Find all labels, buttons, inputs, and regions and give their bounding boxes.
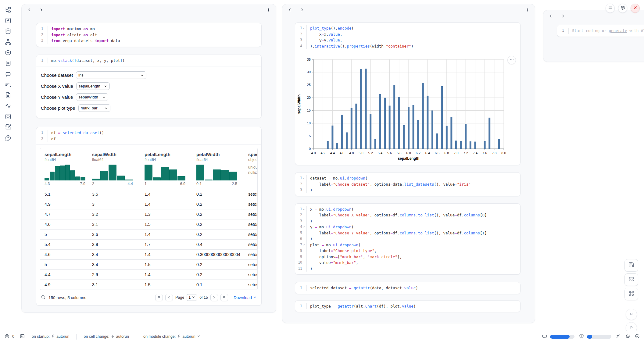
table-row[interactable]: 5.43.91.70.4setos (40, 239, 258, 249)
dropdown-select[interactable]: sepalWidth (76, 93, 108, 101)
code-line[interactable]: 3 y=y.value, (295, 37, 517, 43)
code-line[interactable]: 2df (36, 136, 258, 142)
table-row[interactable]: 53.61.40.2setos (40, 229, 258, 239)
shutdown-button[interactable] (631, 4, 640, 13)
runtime-config-item[interactable]: on cell change:autorun (79, 334, 133, 339)
code-line[interactable]: 1plot_type = getattr(alt.Chart(df), plot… (295, 303, 517, 309)
settings-button[interactable] (618, 4, 627, 13)
dataframe-cell[interactable]: 1df = selected_dataset()2df sepalLengthf… (36, 127, 262, 306)
code-line[interactable]: 3from vega_datasets import data (36, 38, 258, 44)
code-square-icon[interactable] (5, 113, 11, 120)
next-page-button[interactable] (210, 294, 218, 301)
xy-plot-dropdowns-cell[interactable]: 1x = mo.ui.dropdown(2 label="Choose X va… (295, 203, 521, 275)
code-line[interactable]: 1x = mo.ui.dropdown( (295, 206, 517, 212)
collapse-left-button[interactable] (26, 8, 32, 13)
chart-cell[interactable]: 1plot_type().encode(2 x=x.value,3 y=y.va… (295, 22, 521, 165)
page-select[interactable]: 1 (187, 294, 197, 301)
stop-kernel-button[interactable] (626, 309, 637, 320)
code-line[interactable]: 1mo.vstack([dataset, x, y, plot]) (36, 58, 258, 64)
notebook-pen-icon[interactable] (5, 124, 11, 130)
column-header[interactable]: petalLengthfloat6416.9 (140, 148, 192, 189)
code-line[interactable]: 2 label="Choose X value", options=df.col… (295, 212, 517, 218)
code-line[interactable]: 3) (295, 218, 517, 224)
table-row[interactable]: 4.931.40.2setos (40, 199, 258, 209)
table-row[interactable]: 53.41.50.2setos (40, 259, 258, 269)
package-icon[interactable] (5, 49, 11, 56)
dropdown-select[interactable]: sepalLength (76, 82, 110, 90)
command-palette-button[interactable] (624, 288, 638, 300)
code-line[interactable]: 1plot_type().encode( (295, 25, 517, 31)
code-line[interactable]: 6) (295, 236, 517, 242)
runtime-config-item[interactable]: on startup:autorun (27, 334, 73, 339)
sitemap-icon[interactable] (5, 38, 11, 45)
selected-dataset-cell[interactable]: 1selected_dataset = getattr(data, datase… (295, 282, 521, 294)
file-text-icon[interactable] (5, 92, 11, 98)
copilot-button[interactable] (625, 334, 630, 339)
code-line[interactable]: 9 options=["mark_bar", "mark_circle"], (295, 254, 517, 260)
runtime-config-item[interactable]: on module change:autorun (139, 334, 205, 339)
prev-page-button[interactable] (165, 294, 173, 301)
new-cell-editor[interactable]: 1 Start coding or generate with AI (557, 25, 644, 37)
expand-right-button[interactable] (560, 14, 566, 19)
expand-right-button[interactable] (38, 8, 44, 13)
file-tree-icon[interactable] (5, 6, 11, 13)
code-line[interactable]: 2 x=x.value, (295, 31, 517, 37)
column-header[interactable]: sepalWidthfloat6424.4 (88, 148, 140, 189)
last-page-button[interactable] (220, 294, 228, 301)
column-header[interactable]: sepalLengthfloat644.37.9 (40, 148, 88, 189)
code-line[interactable]: 8 label="Choose plot type", (295, 248, 517, 254)
code-line[interactable]: 5 label="Choose Y value", options=df.col… (295, 230, 517, 236)
add-cell-button[interactable] (266, 8, 271, 13)
kernel-status-button[interactable] (635, 334, 640, 339)
code-line[interactable]: 4y = mo.ui.dropdown( (295, 224, 517, 230)
code-line[interactable]: 7plot = mo.ui.dropdown( (295, 242, 517, 248)
function-square-icon[interactable] (5, 17, 11, 24)
code-line[interactable]: 1df = selected_dataset() (36, 130, 258, 136)
code-line[interactable]: 3) (295, 187, 517, 193)
table-row[interactable]: 5.13.51.40.2setos (40, 189, 258, 199)
add-cell-button[interactable] (524, 8, 530, 13)
download-button[interactable]: Download (234, 295, 257, 300)
column-header[interactable]: speciobjecuniqunulls: (244, 148, 258, 189)
layout-toggle-button[interactable] (624, 273, 638, 286)
scroll-icon[interactable] (5, 60, 11, 66)
database-icon[interactable] (5, 28, 11, 34)
table-row[interactable]: 4.73.21.30.2setos (40, 209, 258, 219)
code-line[interactable]: 1import marimo as mo (36, 26, 258, 32)
vstack-cell[interactable]: 1mo.vstack([dataset, x, y, plot]) Choose… (36, 55, 262, 119)
collapse-left-button[interactable] (548, 14, 553, 19)
list-search-icon[interactable] (5, 81, 11, 88)
plot-type-cell[interactable]: 1plot_type = getattr(alt.Chart(df), plot… (295, 300, 521, 312)
column-header[interactable]: petalWidthfloat640.12.5 (192, 148, 244, 189)
activity-icon[interactable] (5, 102, 11, 109)
table-row[interactable]: 4.63.11.50.2setos (40, 219, 258, 229)
errors-button[interactable] (4, 334, 9, 339)
code-line[interactable]: 4).interactive().properties(width="conta… (295, 43, 517, 49)
table-row[interactable]: 4.42.91.40.2setos (40, 269, 258, 280)
code-line[interactable]: 2 label="Choose dataset", options=data.l… (295, 181, 517, 187)
menu-button[interactable] (606, 4, 615, 13)
expand-right-button[interactable] (299, 8, 305, 13)
terminal-button[interactable] (20, 334, 25, 339)
table-row[interactable]: 4.93.11.50.1setos (40, 280, 258, 290)
code-line[interactable]: 1selected_dataset = getattr(data, datase… (295, 285, 517, 291)
code-line[interactable]: 10 value="mark_bar", (295, 260, 517, 266)
dropdown-select[interactable]: mark_bar (78, 104, 110, 112)
help-chat-icon[interactable] (5, 134, 11, 141)
chart-actions-button[interactable] (507, 56, 516, 64)
imports-cell[interactable]: 1import marimo as mo2import altair as al… (36, 23, 262, 47)
search-icon[interactable] (41, 295, 45, 300)
table-row[interactable]: 4.63.41.40.30000000000000004setos (40, 249, 258, 259)
ai-assistant-button[interactable] (616, 334, 621, 339)
editor-placeholder[interactable]: Start coding or generate with AI (569, 28, 644, 34)
collapse-left-button[interactable] (287, 8, 292, 13)
chat-bot-icon[interactable] (5, 70, 11, 77)
first-page-button[interactable] (155, 294, 163, 301)
dropdown-select[interactable]: iris (76, 71, 146, 79)
altair-bar-chart[interactable]: 4.04.24.44.64.85.05.25.45.65.86.06.26.46… (296, 56, 520, 163)
code-line[interactable]: 1dataset = mo.ui.dropdown( (295, 175, 517, 181)
save-button[interactable] (624, 259, 638, 272)
code-line[interactable]: 2import altair as alt (36, 32, 258, 38)
code-line[interactable]: 11) (295, 266, 517, 272)
dataset-dropdown-cell[interactable]: 1dataset = mo.ui.dropdown(2 label="Choos… (295, 172, 521, 196)
